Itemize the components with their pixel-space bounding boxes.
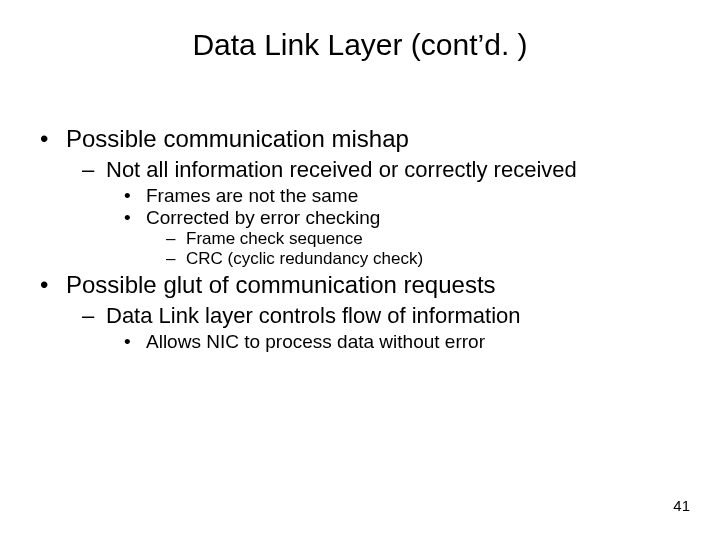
- bullet-dot-icon: •: [40, 271, 66, 299]
- list-item: – Data Link layer controls flow of infor…: [82, 303, 680, 353]
- slide: Data Link Layer (cont’d. ) • Possible co…: [0, 0, 720, 540]
- bullet-text: CRC (cyclic redundancy check): [186, 249, 423, 269]
- bullet-dash-icon: –: [166, 229, 186, 249]
- bullet-dot-icon: •: [40, 125, 66, 153]
- bullet-dot-icon: •: [124, 185, 146, 207]
- list-item: – Not all information received or correc…: [82, 157, 680, 269]
- list-item: • Possible communication mishap – Not al…: [40, 125, 680, 269]
- bullet-text: Data Link layer controls flow of informa…: [106, 303, 521, 329]
- bullet-text: Not all information received or correctl…: [106, 157, 577, 183]
- list-item: • Allows NIC to process data without err…: [124, 331, 680, 353]
- bullet-text: Possible glut of communication requests: [66, 271, 496, 299]
- bullet-text: Possible communication mishap: [66, 125, 409, 153]
- list-item: • Possible glut of communication request…: [40, 271, 680, 353]
- bullet-text: Frames are not the same: [146, 185, 358, 207]
- bullet-list: • Possible communication mishap – Not al…: [40, 125, 680, 353]
- bullet-dot-icon: •: [124, 207, 146, 229]
- bullet-dot-icon: •: [124, 331, 146, 353]
- slide-title: Data Link Layer (cont’d. ): [0, 28, 720, 62]
- list-item: • Corrected by error checking – Frame ch…: [124, 207, 680, 269]
- slide-body: • Possible communication mishap – Not al…: [40, 125, 680, 355]
- list-item: – Frame check sequence: [166, 229, 680, 249]
- bullet-text: Allows NIC to process data without error: [146, 331, 485, 353]
- page-number: 41: [673, 497, 690, 514]
- bullet-dash-icon: –: [82, 157, 106, 183]
- bullet-text: Corrected by error checking: [146, 207, 380, 229]
- list-item: • Frames are not the same: [124, 185, 680, 207]
- bullet-text: Frame check sequence: [186, 229, 363, 249]
- bullet-dash-icon: –: [82, 303, 106, 329]
- list-item: – CRC (cyclic redundancy check): [166, 249, 680, 269]
- bullet-dash-icon: –: [166, 249, 186, 269]
